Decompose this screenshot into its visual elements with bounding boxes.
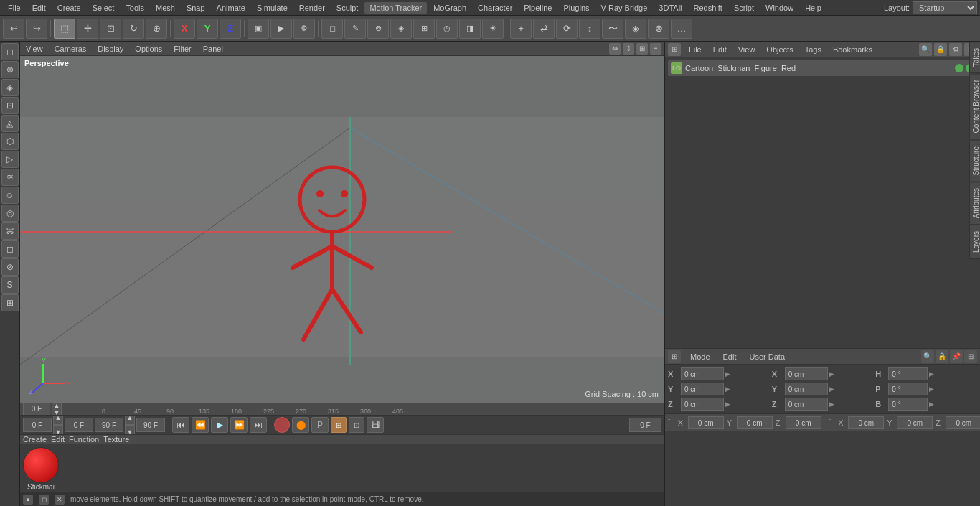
attr-lock-icon[interactable]: 🔒	[936, 350, 948, 363]
obj-menu-edit[interactable]: Edit	[710, 44, 730, 55]
vp-menu-panel[interactable]: Panel	[200, 44, 226, 53]
knife-button[interactable]: ◈	[625, 19, 646, 39]
attr-p-arrow[interactable]: ▶	[929, 385, 934, 393]
mat-menu-edit[interactable]: Edit	[51, 435, 65, 444]
status-icon-2[interactable]: ◻	[39, 495, 49, 505]
obj-menu-file[interactable]: File	[685, 44, 705, 55]
menu-tools[interactable]: Tools	[121, 2, 149, 14]
menu-vray[interactable]: V-Ray Bridge	[596, 2, 653, 14]
render-region-button[interactable]: ▣	[248, 19, 269, 39]
step-forward-button[interactable]: ⏩	[230, 417, 248, 433]
obj-menu-bookmarks[interactable]: Bookmarks	[829, 44, 876, 55]
menu-3dtall[interactable]: 3DTAll	[654, 2, 687, 14]
mat-menu-create[interactable]: Create	[23, 435, 47, 444]
transform-tool-button[interactable]: ⊕	[146, 19, 167, 39]
redo-button[interactable]: ↪	[26, 19, 47, 39]
attr-menu-userdata[interactable]: User Data	[746, 351, 789, 362]
x-axis-button[interactable]: X	[174, 19, 195, 39]
obj-search-icon[interactable]: 🔍	[919, 43, 932, 56]
material-preview-ball[interactable]	[23, 447, 59, 483]
menu-file[interactable]: File	[3, 2, 26, 14]
left-tool-edges[interactable]: ⊕	[1, 61, 19, 78]
edge-tab-takes[interactable]: Takes	[969, 42, 980, 73]
attr-y2-input[interactable]	[785, 383, 828, 395]
move2-button[interactable]: ⇄	[533, 19, 555, 39]
vp-icon-zoom[interactable]: ⇕	[623, 43, 634, 55]
perspective-button[interactable]: ◻	[321, 19, 343, 39]
attr-expand-icon[interactable]: ⊞	[964, 350, 977, 363]
object-item-stickman[interactable]: LO Cartoon_Stickman_Figure_Red	[668, 60, 977, 76]
menu-plugins[interactable]: Plugins	[558, 2, 594, 14]
menu-render[interactable]: Render	[294, 2, 330, 14]
attr-menu-edit[interactable]: Edit	[720, 351, 740, 362]
vp-icon-move[interactable]: ⇔	[609, 43, 621, 55]
skip-to-start-button[interactable]: ⏮	[172, 417, 189, 433]
deform-button[interactable]: ⊚	[367, 19, 389, 39]
attr-x-input[interactable]	[681, 367, 724, 380]
menu-simulate[interactable]: Simulate	[252, 2, 293, 14]
attr-menu-mode[interactable]: Mode	[687, 351, 714, 362]
attr-x-arrow[interactable]: ▶	[725, 370, 730, 378]
render-end-input[interactable]	[136, 418, 165, 432]
select-tool-button[interactable]: ⬚	[54, 19, 75, 39]
vp-icon-more[interactable]: ≡	[650, 43, 661, 55]
vp-menu-filter[interactable]: Filter	[171, 44, 194, 53]
obj-menu-view[interactable]: View	[735, 44, 759, 55]
vp-menu-view[interactable]: View	[23, 44, 46, 53]
generate-button[interactable]: ◈	[390, 19, 412, 39]
attr-x2-arrow[interactable]: ▶	[829, 370, 834, 378]
menu-motion-tracker[interactable]: Motion Tracker	[364, 2, 427, 14]
left-tool-char[interactable]: ☺	[1, 187, 19, 204]
scale-tool-button[interactable]: ⊡	[100, 19, 121, 39]
attr-h-input[interactable]	[888, 367, 928, 380]
attr-search-icon[interactable]: 🔍	[921, 350, 934, 363]
attr-x2-input[interactable]	[785, 367, 828, 380]
edge-tab-layers[interactable]: Layers	[969, 225, 980, 259]
attr-y-arrow[interactable]: ▶	[725, 385, 730, 393]
start-frame-input[interactable]	[23, 418, 52, 432]
menu-script[interactable]: Script	[729, 2, 759, 14]
menu-mesh[interactable]: Mesh	[151, 2, 180, 14]
vp-menu-display[interactable]: Display	[95, 44, 126, 53]
status-icon-3[interactable]: ✕	[55, 495, 65, 505]
menu-help[interactable]: Help	[800, 2, 826, 14]
menu-animate[interactable]: Animate	[212, 2, 250, 14]
scale2-button[interactable]: ↕	[579, 19, 600, 39]
render-viewport-button[interactable]: ▶	[270, 19, 292, 39]
attr-z-input[interactable]	[681, 398, 724, 411]
play-button[interactable]: ▶	[211, 417, 228, 433]
spline-button[interactable]: 〜	[602, 19, 623, 39]
layout-dropdown[interactable]: Startup Standard Modeling	[913, 1, 977, 14]
obj-settings-icon[interactable]: ⚙	[949, 43, 962, 56]
edge-tab-structure[interactable]: Structure	[969, 140, 980, 182]
left-tool-extra[interactable]: ⊞	[1, 294, 19, 311]
rotate2-button[interactable]: ⟳	[556, 19, 578, 39]
left-tool-sculpt[interactable]: ◎	[1, 205, 19, 222]
left-tool-shader[interactable]: S	[1, 276, 19, 294]
menu-redshift[interactable]: Redshift	[689, 2, 727, 14]
viewport[interactable]: Perspective Grid Spacing : 10 cm	[20, 56, 664, 403]
frame-arrows[interactable]: ▲▼	[52, 403, 62, 416]
preview-start-input[interactable]	[65, 418, 93, 432]
attr-pin-icon[interactable]: 📌	[950, 350, 963, 363]
menu-select[interactable]: Select	[88, 2, 120, 14]
left-tool-uv[interactable]: ⊡	[1, 97, 19, 114]
end-frame-input[interactable]	[95, 418, 123, 432]
motion-path-button[interactable]: ⊞	[331, 417, 347, 433]
left-tool-snap[interactable]: ⌘	[1, 222, 19, 240]
menu-create[interactable]: Create	[52, 2, 86, 14]
obj-menu-objects[interactable]: Objects	[763, 44, 796, 55]
attr-b-input[interactable]	[888, 398, 928, 411]
attr-p-input[interactable]	[888, 383, 928, 395]
menu-snap[interactable]: Snap	[182, 2, 210, 14]
mat-menu-function[interactable]: Function	[69, 435, 99, 444]
left-tool-sim[interactable]: ≋	[1, 169, 19, 186]
obj-lock-icon[interactable]: 🔒	[934, 43, 947, 56]
curve-button[interactable]: ✎	[344, 19, 366, 39]
mat-menu-texture[interactable]: Texture	[103, 435, 129, 444]
light-button[interactable]: ☀	[482, 19, 504, 39]
magnet-button[interactable]: ⊗	[648, 19, 669, 39]
step-back-button[interactable]: ⏪	[192, 417, 209, 433]
left-tool-brush[interactable]: ◻	[1, 240, 19, 258]
edge-tab-content-browser[interactable]: Content Browser	[969, 73, 980, 139]
